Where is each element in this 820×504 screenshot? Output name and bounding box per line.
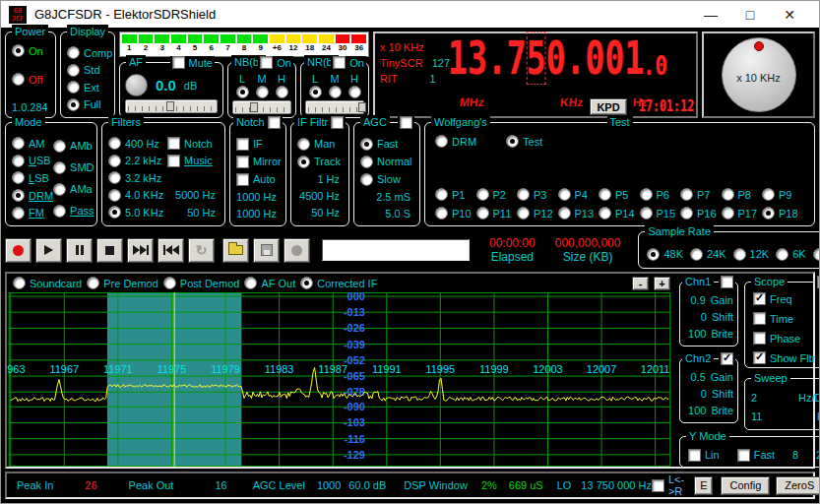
- preset-radio[interactable]: [435, 207, 448, 220]
- notch-checkbox[interactable]: [236, 156, 249, 168]
- sample-rate-radio[interactable]: [733, 248, 746, 261]
- pause-button[interactable]: [66, 238, 93, 263]
- notch-if-option[interactable]: IF: [236, 138, 281, 151]
- filters-checkbox[interactable]: [167, 155, 180, 167]
- preset-p13-option[interactable]: P13: [558, 207, 598, 220]
- wolfgang-test-option[interactable]: Test: [506, 135, 542, 148]
- filters-2-2-khz-option[interactable]: 2.2 kHz: [108, 155, 167, 167]
- nb-level-l[interactable]: L: [236, 73, 249, 98]
- scope-checkbox[interactable]: [753, 332, 766, 345]
- nr-slider[interactable]: [305, 100, 364, 114]
- preset-p16-option[interactable]: P16: [680, 207, 720, 220]
- display-radio[interactable]: [67, 98, 80, 111]
- sample-rate-radio[interactable]: [776, 248, 788, 261]
- filters-radio[interactable]: [108, 171, 121, 184]
- source-pre-demod-option[interactable]: Pre Demod: [87, 277, 158, 289]
- stop-button[interactable]: [96, 238, 123, 263]
- preset-p7-option[interactable]: P7: [680, 188, 720, 201]
- chn1-enable-checkbox[interactable]: [721, 276, 733, 288]
- notch-mirror-option[interactable]: Mirror: [236, 156, 281, 168]
- loop-button[interactable]: ↻: [188, 238, 215, 263]
- mode-pass-option[interactable]: Pass: [53, 205, 94, 218]
- mode-smd-option[interactable]: SMD: [53, 161, 94, 174]
- mode-amb-option[interactable]: AMb: [53, 140, 94, 153]
- notch-checkbox[interactable]: [236, 173, 249, 186]
- preset-p18-option[interactable]: P18: [762, 207, 801, 220]
- monitor-button[interactable]: [284, 238, 310, 263]
- scope-time-option[interactable]: Time: [753, 312, 820, 325]
- if-filter-track-option[interactable]: Track: [297, 156, 344, 168]
- tuning-knob[interactable]: x 10 KHz: [722, 37, 796, 112]
- mode-usb-option[interactable]: USB: [12, 155, 53, 167]
- close-button[interactable]: ✕: [770, 7, 809, 23]
- preset-p11-option[interactable]: P11: [476, 207, 516, 220]
- preset-p17-option[interactable]: P17: [722, 207, 761, 220]
- mode-lsb-option[interactable]: LSB: [12, 171, 53, 184]
- nr-level-h[interactable]: H: [348, 73, 361, 98]
- mode-radio[interactable]: [53, 205, 66, 218]
- preset-p12-option[interactable]: P12: [517, 207, 556, 220]
- agc-enable-checkbox[interactable]: [400, 116, 412, 129]
- filters-3-2-khz-option[interactable]: 3.2 kHz: [108, 171, 167, 184]
- source-radio[interactable]: [244, 277, 257, 289]
- filters-4-0-khz-option[interactable]: 4.0 KHz: [108, 189, 167, 202]
- preset-radio[interactable]: [640, 207, 653, 220]
- agc-radio[interactable]: [360, 138, 373, 151]
- agc-fast-option[interactable]: Fast: [360, 138, 414, 151]
- preset-p1-option[interactable]: P1: [435, 188, 474, 201]
- display-comp-option[interactable]: Comp: [67, 46, 109, 59]
- preset-p5-option[interactable]: P5: [599, 188, 638, 201]
- mode-ama-option[interactable]: AMa: [53, 183, 94, 196]
- open-file-button[interactable]: [222, 238, 249, 263]
- preset-p4-option[interactable]: P4: [558, 188, 598, 201]
- nr-level-radio[interactable]: [348, 86, 361, 98]
- agc-radio[interactable]: [360, 156, 373, 168]
- power-off-option[interactable]: Off: [12, 73, 50, 86]
- config-button[interactable]: Config: [721, 476, 770, 495]
- nb-on-checkbox[interactable]: [260, 56, 273, 69]
- source-radio[interactable]: [163, 277, 176, 289]
- filters-400-hz-option[interactable]: 400 Hz: [108, 137, 167, 150]
- nb-slider[interactable]: [232, 100, 291, 114]
- wolfgang-radio[interactable]: [435, 135, 448, 148]
- filters-notch-option[interactable]: Notch: [167, 137, 220, 150]
- preset-radio[interactable]: [558, 188, 571, 201]
- scope-show-fltr-option[interactable]: Show Fltr: [753, 351, 820, 364]
- agc-normal-option[interactable]: Normal: [360, 156, 414, 168]
- source-post-demod-option[interactable]: Post Demod: [163, 277, 240, 289]
- nb-level-radio[interactable]: [236, 86, 249, 98]
- preset-radio[interactable]: [517, 188, 530, 201]
- scope-phase-option[interactable]: Phase: [753, 332, 820, 345]
- sample-rate-12k-option[interactable]: 12K: [733, 248, 770, 261]
- filters-5-0-khz-option[interactable]: 5.0 KHz: [108, 206, 167, 219]
- power-off-radio[interactable]: [12, 73, 25, 86]
- nr-level-radio[interactable]: [309, 86, 322, 98]
- mode-fm-option[interactable]: FM: [12, 207, 53, 220]
- maximize-button[interactable]: □: [730, 7, 770, 23]
- sample-rate-24k-option[interactable]: 24K: [690, 248, 726, 261]
- display-std-option[interactable]: Std: [67, 64, 109, 77]
- display-radio[interactable]: [67, 64, 80, 77]
- nr-level-m[interactable]: M: [329, 73, 342, 98]
- notch-enable-checkbox[interactable]: [268, 116, 281, 129]
- display-radio[interactable]: [67, 46, 80, 59]
- mode-radio[interactable]: [12, 207, 25, 220]
- notch-auto-option[interactable]: Auto: [236, 173, 281, 186]
- frequency-digit-cursor[interactable]: 5: [527, 32, 546, 85]
- nr-level-radio[interactable]: [329, 86, 342, 98]
- mode-radio[interactable]: [53, 161, 66, 174]
- nb-level-radio[interactable]: [276, 86, 288, 98]
- swap-lr-option[interactable]: L<->R: [652, 473, 684, 497]
- mode-radio[interactable]: [12, 171, 25, 184]
- preset-p15-option[interactable]: P15: [640, 207, 679, 220]
- wolfgang-radio[interactable]: [506, 135, 519, 148]
- nb-level-m[interactable]: M: [256, 73, 269, 98]
- preset-radio[interactable]: [435, 188, 448, 201]
- zoom-out-button[interactable]: -: [632, 277, 649, 290]
- scope-checkbox[interactable]: [753, 292, 766, 305]
- nr-level-l[interactable]: L: [309, 73, 322, 98]
- mode-radio[interactable]: [12, 137, 25, 150]
- sample-rate-radio[interactable]: [647, 248, 660, 261]
- if-filter-enable-checkbox[interactable]: [331, 116, 344, 129]
- preset-p8-option[interactable]: P8: [722, 188, 761, 201]
